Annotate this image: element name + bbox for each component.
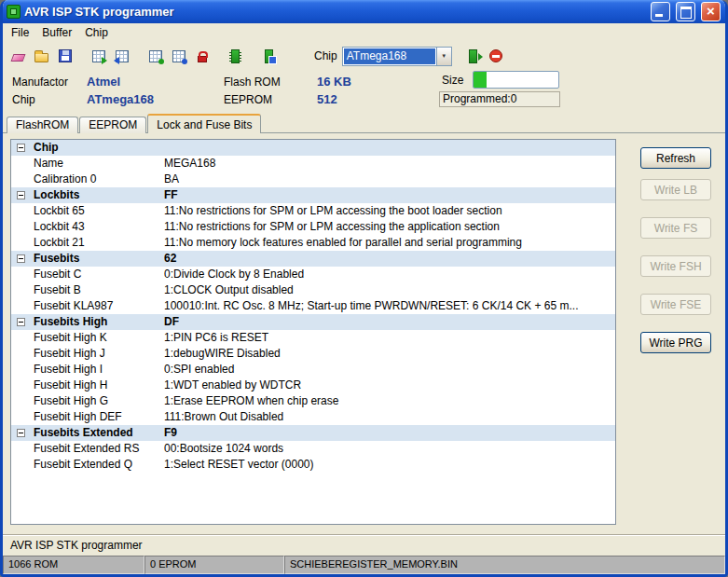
tab-strip: FlashROMEEPROMLock and Fuse Bits [3,113,725,133]
tree-item-row[interactable]: Fusebit B1:CLOCK Output disabled [11,282,615,298]
tree-item-value: 00:Bootsize 1024 words [164,441,615,457]
cancel-icon [489,49,502,62]
collapse-icon[interactable] [17,318,25,326]
menu-item-buffer[interactable]: Buffer [35,24,78,41]
tree-indent [11,172,34,187]
tree-item-row[interactable]: Fusebit High I0:SPI enabled [11,362,615,378]
collapse-icon[interactable] [17,254,25,263]
flash-write-button[interactable] [87,45,110,68]
tree-item-name: Fusebit Extended Q [34,457,164,473]
tab-flashrom[interactable]: FlashROM [7,117,78,133]
tree-item-row[interactable]: NameMEGA168 [11,156,615,172]
tree-item-row[interactable]: Fusebit Extended RS00:Bootsize 1024 word… [11,441,615,457]
tree-item-value: DF [164,314,615,330]
write-fse-button[interactable]: Write FSE [640,294,711,315]
tree-indent [11,203,34,219]
toolbar-left-group [7,45,281,68]
chip-label: Chip [12,93,35,106]
eeprom-write-button[interactable] [144,45,167,68]
tree-item-row[interactable]: Fusebit KLA987100010:Int. RC Osc. 8 MHz;… [11,298,615,314]
tree-item-value: 100010:Int. RC Osc. 8 MHz; Start-up time… [164,298,615,314]
tree-indent [11,441,34,457]
tree-item-name: Fusebit High K [34,330,164,346]
tree-group-row[interactable]: LockbitsFF [11,187,615,203]
programmed-field: Programmed:0 [439,91,560,107]
refresh-button[interactable]: Refresh [640,147,711,169]
tree-item-name: Fusebits Extended [34,425,164,441]
tree-item-row[interactable]: Fusebit High DEF111:Brown Out Disabled [11,409,615,425]
tree-indent [11,267,34,282]
write-fs-button[interactable]: Write FS [640,217,711,239]
minimize-button[interactable] [651,2,670,21]
tree-item-row[interactable]: Fusebit High H1:WDT enabled by WDTCR [11,378,615,393]
close-button[interactable] [701,2,721,21]
chip-select-value: ATmega168 [344,48,435,64]
tree-item-row[interactable]: Fusebit High J1:debugWIRE Disabled [11,346,615,362]
tree-indent [11,219,34,235]
tree-item-row[interactable]: Lockbit 4311:No restrictions for SPM or … [11,219,615,235]
collapse-icon[interactable] [17,191,25,199]
tree-indent [11,409,34,425]
cancel-button[interactable] [485,45,508,68]
tree-group-row[interactable]: Chip [11,140,615,156]
chip-value: ATmega168 [87,92,154,106]
tree-indent [11,330,34,346]
collapse-icon[interactable] [17,144,25,152]
manufactor-label: Manufactor [12,76,68,89]
chevron-down-icon[interactable] [436,48,451,65]
write-prg-button[interactable]: Write PRG [640,332,711,353]
lock-bits-button[interactable] [190,45,213,68]
tree-group-row[interactable]: Fusebits HighDF [11,314,615,330]
tree-item-name: Fusebit High G [34,393,164,409]
collapse-icon[interactable] [17,429,25,437]
save-icon [59,49,72,62]
tree-item-name: Fusebit High DEF [34,409,164,425]
tree-indent [11,187,34,203]
write-fsh-button[interactable]: Write FSH [640,255,711,277]
status-bar: AVR ISP STK programmer [3,534,725,556]
fuse-bits-tree: ChipNameMEGA168Calibration 0BALockbitsFF… [10,139,616,525]
erase-button[interactable] [7,45,30,68]
tree-indent [11,251,34,267]
tree-item-value: 1:CLOCK Output disabled [164,282,615,298]
tab-eeprom[interactable]: EEPROM [79,117,146,133]
tree-item-name: Fusebit KLA987 [34,298,164,314]
action-button-column: RefreshWrite LBWrite FSWrite FSHWrite FS… [634,139,718,525]
flash-read-button[interactable] [110,45,133,68]
menu-item-chip[interactable]: Chip [78,24,115,41]
tree-item-row[interactable]: Fusebit High K1:PIN PC6 is RESET [11,330,615,346]
tree-item-row[interactable]: Calibration 0BA [11,172,615,187]
tree-item-row[interactable]: Fusebit C0:Divide Clock by 8 Enabled [11,267,615,282]
save-button[interactable] [53,45,76,68]
title-bar[interactable]: AVR ISP STK programmer [3,0,725,23]
tree-item-row[interactable]: Fusebit High G1:Erase EEPROM when chip e… [11,393,615,409]
chip-program-button[interactable] [461,45,485,68]
chip-combo-label: Chip [314,49,337,62]
eeprom-write-icon [149,50,162,62]
chip-verify-button[interactable] [257,45,281,68]
open-file-icon [34,53,48,62]
write-lb-button[interactable]: Write LB [640,179,711,200]
tree-item-value: 11:No restrictions for SPM or LPM access… [164,219,615,235]
tree-indent [11,140,34,156]
chip-erase-button[interactable] [224,45,247,68]
flash-read-icon [116,50,129,62]
tree-item-row[interactable]: Fusebit Extended Q1:Select RESET vector … [11,457,615,473]
tree-group-row[interactable]: Fusebits62 [11,251,615,267]
chip-select[interactable]: ATmega168 [342,47,452,66]
erase-icon [11,54,26,62]
toolbar-separator [133,45,144,67]
app-window: AVR ISP STK programmer FileBufferChip Ch… [0,0,728,577]
tree-indent [11,425,34,441]
statusbar-panel: SCHIEBEREGISTER_MEMORY.BIN [284,556,725,574]
maximize-button[interactable] [676,2,695,21]
tree-item-row[interactable]: Lockbit 6511:No restrictions for SPM or … [11,203,615,219]
tab-lock-and-fuse-bits[interactable]: Lock and Fuse Bits [147,114,261,133]
eeprom-read-button[interactable] [167,45,190,68]
menu-item-file[interactable]: File [5,24,35,41]
tree-item-value: 1:PIN PC6 is RESET [164,330,615,346]
tree-group-row[interactable]: Fusebits ExtendedF9 [11,425,615,441]
open-file-button[interactable] [30,45,53,68]
chip-info-panel: Manufactor Atmel Chip ATmega168 Flash RO… [3,70,725,113]
tree-item-row[interactable]: Lockbit 2111:No memory lock features ena… [11,235,615,251]
